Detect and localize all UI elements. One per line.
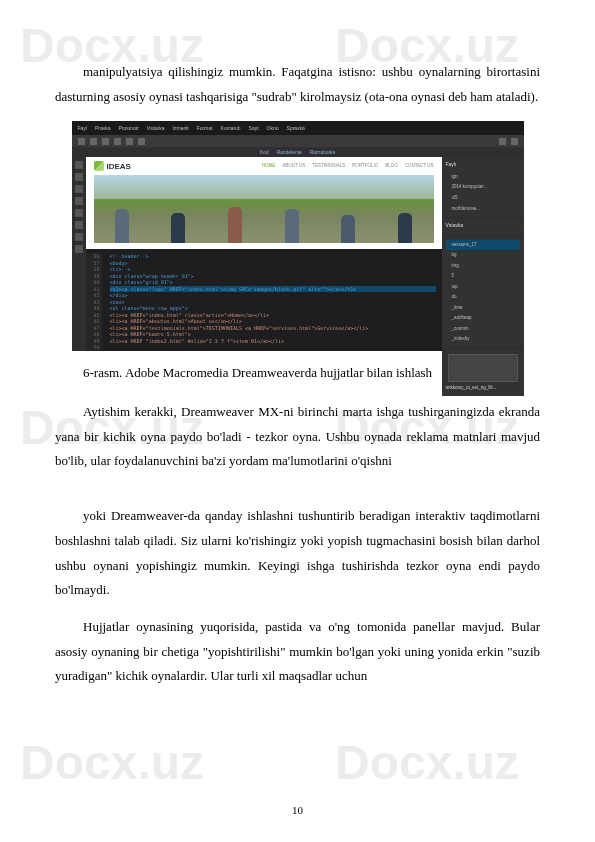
rail-icon xyxy=(75,185,83,193)
file-item: 2014 kompyuter... xyxy=(446,182,520,193)
tool-icon xyxy=(126,138,133,145)
tree-item: bg xyxy=(446,250,520,261)
menu-item: Prosmotr xyxy=(119,124,139,134)
menu-item: Fayl xyxy=(78,124,87,134)
tree-item: do xyxy=(446,292,520,303)
line-gutter: 36 37 38 39 40 41 42 43 44 45 46 47 48 4… xyxy=(86,253,102,351)
left-rail xyxy=(72,157,86,351)
tool-icon xyxy=(499,138,506,145)
menu-item: Komandı xyxy=(221,124,241,134)
rail-icon xyxy=(75,161,83,169)
toolbar xyxy=(72,135,524,147)
thumbnail xyxy=(448,354,518,382)
tab-code: Kod xyxy=(256,148,273,158)
code-line: <li><a HREF "index2.html" #slid="2 3 7 f… xyxy=(110,338,436,345)
rail-icon xyxy=(75,197,83,205)
watermark: Docx.uz xyxy=(335,735,519,790)
tree-item: _time xyxy=(446,303,520,314)
paragraph-4: Hujjatlar oynasining yuqorisida, pastida… xyxy=(55,615,540,689)
tree-item: sessions_17 xyxy=(446,240,520,251)
view-tabs: Kod Razdelenie Razrabotka xyxy=(72,147,524,157)
logo-mark-icon xyxy=(94,161,104,171)
person-silhouette xyxy=(228,207,242,243)
tree-item: _addheap xyxy=(446,313,520,324)
logo-text: IDEAS xyxy=(107,159,131,174)
tree-item: img xyxy=(446,261,520,272)
nav-contact: CONTACT US xyxy=(405,162,434,171)
paragraph-2: Aytishim kerakki, Dreamweaver MX-ni biri… xyxy=(55,400,540,474)
menu-item: Okno xyxy=(267,124,279,134)
rail-icon xyxy=(75,245,83,253)
dreamweaver-screenshot: Fayl Pravka Prosmotr Vstavka Izmenit For… xyxy=(72,121,524,351)
tool-icon xyxy=(114,138,121,145)
tool-icon xyxy=(90,138,97,145)
page-content: manipulyatsiya qilishingiz mumkin. Faqat… xyxy=(0,0,595,741)
menu-item: Pravka xyxy=(95,124,111,134)
menu-item: Spravka xyxy=(287,124,305,134)
file-item: igrı xyxy=(446,172,520,183)
menubar: Fayl Pravka Prosmotr Vstavka Izmenit For… xyxy=(72,121,524,135)
paragraph-3: yoki Dreamweaver-da qanday ishlashni tus… xyxy=(55,504,540,603)
panel-title: Faylı xyxy=(446,160,520,170)
nav-about: ABOUT US xyxy=(282,162,305,171)
person-silhouette xyxy=(398,213,412,243)
paragraph-1: manipulyatsiya qilishingiz mumkin. Faqat… xyxy=(55,60,540,109)
person-silhouette xyxy=(115,209,129,243)
person-silhouette xyxy=(341,215,355,243)
dom-tree-panel: sessions_17 bg img 5 top do _time _addhe… xyxy=(442,237,524,348)
design-preview: IDEAS HOME ABOUT US TESTIMONIALS PORTFOL… xyxy=(86,157,442,249)
tool-icon xyxy=(102,138,109,145)
panel-title: Vstavka xyxy=(446,221,520,231)
rail-icon xyxy=(75,221,83,229)
files-panel: Faylı igrı 2014 kompyuter... ul5 morfden… xyxy=(442,157,524,217)
tree-item: _conmin xyxy=(446,324,520,335)
tool-icon xyxy=(511,138,518,145)
tree-item: 5 xyxy=(446,271,520,282)
file-item: ul5 xyxy=(446,193,520,204)
person-silhouette xyxy=(285,209,299,243)
right-panels: Faylı igrı 2014 kompyuter... ul5 morfden… xyxy=(442,157,524,351)
menu-item: Vstavka xyxy=(147,124,165,134)
watermark: Docx.uz xyxy=(20,735,204,790)
tool-icon xyxy=(78,138,85,145)
thumb-label: ankkotoy_ut_est_ng_fili... xyxy=(446,384,520,393)
rail-icon xyxy=(75,173,83,181)
rail-icon xyxy=(75,209,83,217)
rail-icon xyxy=(75,233,83,241)
site-logo: IDEAS xyxy=(94,159,131,174)
nav-blog: BLOG xyxy=(385,162,398,171)
code-line-highlighted: <h1><a class="logo" HREF="index.html"><i… xyxy=(110,286,436,293)
file-item: morfdenoise... xyxy=(446,204,520,215)
hero-image xyxy=(94,175,434,243)
menu-item: Format xyxy=(197,124,213,134)
tree-item: _indexby xyxy=(446,334,520,345)
nav-testimonials: TESTIMONIALS xyxy=(312,162,345,171)
menu-item: Sayt xyxy=(249,124,259,134)
tab-design: Razrabotka xyxy=(306,148,340,158)
code-editor: 36 37 38 39 40 41 42 43 44 45 46 47 48 4… xyxy=(86,249,442,351)
tree-item: top xyxy=(446,282,520,293)
nav-home: HOME xyxy=(262,162,276,171)
preview-thumb-panel: ankkotoy_ut_est_ng_fili... xyxy=(442,349,524,396)
tool-icon xyxy=(138,138,145,145)
site-nav: HOME ABOUT US TESTIMONIALS PORTFOLIO BLO… xyxy=(262,162,434,171)
page-number: 10 xyxy=(0,804,595,816)
tab-split: Razdelenie xyxy=(273,148,306,158)
person-silhouette xyxy=(171,213,185,243)
nav-portfolio: PORTFOLIO xyxy=(352,162,378,171)
menu-item: Izmenit xyxy=(173,124,189,134)
insert-panel: Vstavka xyxy=(442,218,524,236)
